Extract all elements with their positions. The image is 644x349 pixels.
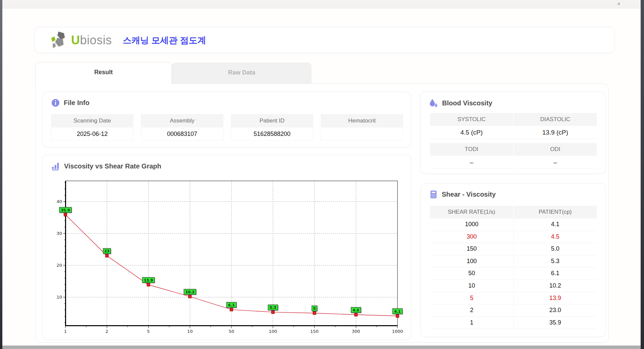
blood-viscosity-card: Blood Viscosity SYSTOLICDIASTOLIC 4.5 (c…: [420, 92, 606, 174]
patient-cell: 5.0: [514, 243, 597, 255]
shear-rate-cell: 300: [430, 231, 514, 243]
shear-table-header: SHEAR RATE(1/s)PATIENT(cp): [430, 206, 597, 218]
blood-viscosity-value: 13.9 (cP): [514, 126, 597, 139]
blood-viscosity-value: 4.5 (cP): [430, 126, 513, 139]
patient-cell: 5.3: [514, 255, 597, 267]
file-info-field-value: [321, 128, 403, 141]
desktop-left-edge: [0, 0, 2, 349]
shear-table-row: 513.9: [430, 292, 597, 305]
tab-result[interactable]: Result: [35, 62, 172, 84]
y-tick-label: 30: [56, 231, 62, 236]
data-point-marker: [230, 308, 233, 311]
data-point-marker: [355, 313, 358, 316]
shear-rate-cell: 1000: [430, 218, 514, 231]
patient-cell: 4.1: [514, 218, 597, 231]
data-label-text: 10.2: [185, 290, 195, 294]
shear-table-row: 506.1: [430, 267, 597, 280]
file-info-title: File Info: [64, 99, 90, 107]
file-info-field-label: Assembly: [141, 114, 223, 128]
blood-viscosity-title: Blood Viscosity: [442, 99, 492, 107]
shear-table-row: 223.0: [430, 304, 597, 317]
info-icon: [51, 99, 60, 107]
y-tick-label: 40: [56, 199, 62, 204]
droplets-icon: [429, 99, 438, 108]
file-info-field-value: 2025-06-12: [51, 128, 133, 141]
patient-cell: 23.0: [514, 304, 597, 316]
file-info-field: Scanning Date2025-06-12: [51, 114, 133, 141]
file-info-field-value: 000683107: [141, 128, 223, 141]
data-point-marker: [64, 213, 67, 216]
y-tick-label: 20: [56, 263, 62, 268]
blood-viscosity-value: –: [514, 156, 597, 169]
graph-card: Viscosity vs Shear Rate Graph 1251050100…: [42, 155, 411, 340]
data-label-text: 4.1: [394, 309, 401, 314]
graph-title: Viscosity vs Shear Rate Graph: [64, 162, 161, 170]
brand-text: Ubiosis: [71, 33, 112, 47]
data-label-text: 23: [104, 249, 109, 253]
data-label-text: 5: [313, 306, 316, 311]
x-tick-label: 10: [187, 329, 193, 334]
data-label-text: 35.9: [61, 208, 70, 212]
x-tick-label: 2: [106, 329, 108, 334]
blood-viscosity-values-row-1: 4.5 (cP)13.9 (cP): [430, 126, 597, 139]
data-point-marker: [396, 314, 399, 317]
x-tick-label: 5: [147, 329, 150, 334]
blood-viscosity-label: SYSTOLIC: [430, 113, 513, 126]
shear-table-row: 3004.5: [430, 231, 597, 243]
close-icon[interactable]: ×: [614, 0, 623, 8]
file-info-field: Patient ID51628588200: [231, 114, 313, 141]
shear-rate-cell: 1: [430, 317, 514, 329]
window-titlebar: ×: [2, 0, 641, 8]
data-point-marker: [313, 312, 316, 315]
data-point-marker: [189, 295, 192, 298]
data-point-marker: [147, 283, 150, 286]
window-bottom-edge: [2, 346, 641, 349]
shear-viscosity-card: Shear - Viscosity SHEAR RATE(1/s)PATIENT…: [420, 183, 606, 337]
tab-raw-data[interactable]: Raw Data: [172, 63, 311, 84]
blood-viscosity-label: DIASTOLIC: [514, 113, 597, 126]
patient-cell: 6.1: [514, 267, 597, 280]
file-info-field: Hematocrit: [321, 114, 403, 141]
shear-table-row: 135.9: [430, 317, 597, 329]
shear-rate-cell: 10: [430, 280, 514, 292]
shear-rate-cell: 50: [430, 267, 514, 280]
shear-viscosity-title: Shear - Viscosity: [442, 191, 496, 198]
patient-cell: 13.9: [514, 292, 597, 304]
data-label-text: 5.3: [270, 305, 276, 310]
shear-rate-cell: 150: [430, 243, 514, 255]
shear-rate-cell: 5: [430, 292, 514, 304]
blood-viscosity-labels-row-1: SYSTOLICDIASTOLIC: [430, 113, 597, 126]
shear-rate-column-header: SHEAR RATE(1/s): [430, 206, 513, 218]
data-point-marker: [271, 311, 274, 314]
shear-table-row: 1505.0: [430, 243, 597, 255]
patient-cell: 10.2: [514, 280, 597, 292]
shear-rate-cell: 2: [430, 304, 514, 316]
shear-table-row: 10004.1: [430, 218, 597, 231]
patient-cell: 35.9: [514, 317, 597, 329]
file-info-field-label: Hematocrit: [321, 114, 403, 128]
file-info-field: Assembly000683107: [141, 114, 223, 141]
header-card: Ubiosis 스캐닝 모세관 점도계: [35, 27, 615, 53]
file-info-field-label: Scanning Date: [51, 114, 133, 128]
file-info-field-label: Patient ID: [231, 114, 313, 128]
shear-rate-cell: 100: [430, 255, 514, 267]
brand-letter-u: U: [71, 33, 80, 47]
brand-rest: biosis: [80, 33, 112, 47]
blood-viscosity-values-row-2: ––: [430, 156, 597, 169]
patient-column-header: PATIENT(cp): [514, 206, 597, 218]
blood-viscosity-label: TODI: [430, 143, 513, 156]
file-info-fields: Scanning Date2025-06-12Assembly000683107…: [51, 114, 403, 141]
app-window: Ubiosis 스캐닝 모세관 점도계 Result Raw Data File…: [2, 8, 641, 346]
result-tab-panel: File Info Scanning Date2025-06-12Assembl…: [35, 84, 609, 343]
x-tick-label: 150: [310, 329, 319, 334]
patient-cell: 4.5: [514, 231, 597, 243]
x-tick-label: 100: [269, 329, 277, 334]
ubiosis-logo: Ubiosis: [50, 32, 112, 49]
shear-table-row: 1005.3: [430, 255, 597, 268]
blood-viscosity-value: –: [430, 156, 513, 169]
viscosity-shear-rate-plot: 125105010015030010001020304035.92313.910…: [51, 179, 407, 336]
bar-chart-icon: [51, 162, 60, 170]
viscosity-chart: 125105010015030010001020304035.92313.910…: [51, 179, 407, 336]
shear-viscosity-table: SHEAR RATE(1/s)PATIENT(cp)10004.13004.51…: [430, 206, 597, 329]
blood-viscosity-label: ODI: [514, 143, 597, 156]
